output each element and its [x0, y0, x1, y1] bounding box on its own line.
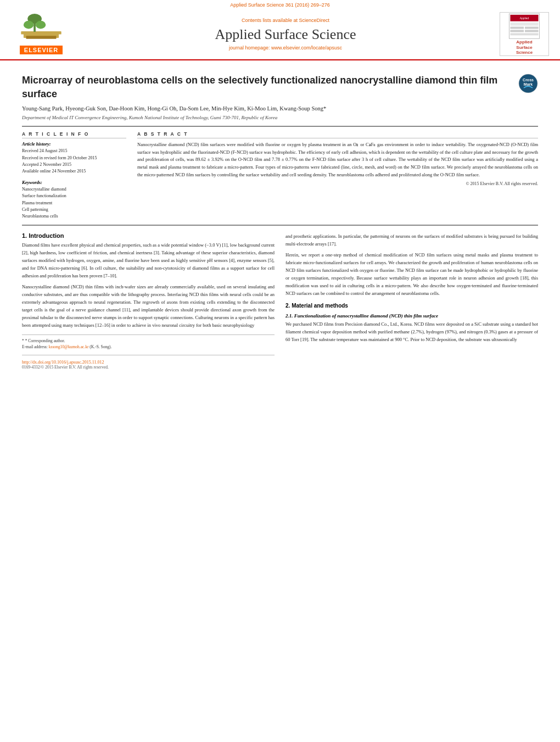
right-paragraph-2: Herein, we report a one-step method of c…	[285, 251, 538, 297]
logo-title-text: AppliedSurfaceScience	[516, 40, 533, 55]
abstract-title: A B S T R A C T	[137, 131, 538, 138]
corresponding-author-note: * * Corresponding author.	[22, 338, 275, 344]
keyword-4: Cell patterning	[22, 207, 126, 213]
authors: Young-Sang Park, Hyeong-Guk Son, Dae-Hoo…	[22, 104, 538, 114]
keyword-1: Nanocrystalline diamond	[22, 186, 126, 193]
svg-point-3	[24, 21, 33, 29]
subsection-2-1-title: 2.1. Functionalization of nanocrystallin…	[285, 313, 538, 319]
email-address: kssong10@kumoh.ac.kr	[49, 344, 89, 349]
svg-text:Cross: Cross	[523, 78, 534, 82]
journal-logo-right: Applied AppliedSurfaceScience	[500, 12, 549, 56]
elsevier-tree-icon	[16, 14, 66, 44]
svg-rect-12	[525, 27, 539, 29]
history-label: Article history:	[22, 141, 126, 147]
article-footer: * * Corresponding author. E-mail address…	[22, 334, 275, 370]
svg-point-4	[36, 21, 46, 29]
received-date: Received 24 August 2015	[22, 148, 126, 154]
elsevier-label: ELSEVIER	[20, 46, 63, 54]
keywords-label: Keywords:	[22, 180, 126, 185]
footer-divider	[22, 355, 275, 355]
journal-header: Applied Surface Science 361 (2016) 269–2…	[0, 0, 560, 60]
accepted-date: Accepted 2 November 2015	[22, 161, 126, 168]
right-paragraph-3: We purchased NCD films from Precision di…	[285, 320, 538, 343]
revised-date: Received in revised form 20 October 2015	[22, 155, 126, 161]
svg-rect-15	[510, 33, 538, 35]
email-suffix: (K.-S. Song).	[89, 344, 111, 349]
affiliation: Department of Medical IT Convergence Eng…	[22, 115, 538, 120]
right-paragraph-1: and prosthetic applications. In particul…	[285, 232, 538, 248]
left-column: 1. Introduction Diamond films have excel…	[22, 232, 275, 370]
svg-rect-6	[26, 36, 57, 39]
article-title: Microarray of neuroblastoma cells on the…	[22, 74, 513, 101]
email-note: E-mail address: kssong10@kumoh.ac.kr (K.…	[22, 344, 275, 350]
article-info-title: A R T I C L E I N F O	[22, 131, 126, 138]
sciencedirect-link: Contents lists available at ScienceDirec…	[71, 18, 500, 23]
right-column: and prosthetic applications. In particul…	[285, 232, 538, 370]
keyword-2: Surface functionalization	[22, 193, 126, 199]
abstract-text: Nanocrystalline diamond (NCD) film surfa…	[137, 141, 538, 178]
svg-rect-14	[525, 30, 539, 32]
svg-text:Applied: Applied	[520, 17, 529, 20]
info-abstract-section: A R T I C L E I N F O Article history: R…	[22, 131, 538, 220]
doi-link[interactable]: http://dx.doi.org/10.1016/j.apsusc.2015.…	[22, 360, 275, 365]
homepage-url: www.elsevier.com/locate/apsusc	[271, 45, 342, 51]
copyright-notice: © 2015 Elsevier B.V. All rights reserved…	[137, 181, 538, 186]
svg-text:Mark: Mark	[524, 82, 533, 86]
keywords-list: Nanocrystalline diamond Surface function…	[22, 186, 126, 220]
main-columns: 1. Introduction Diamond films have excel…	[22, 232, 538, 370]
article-title-section: Microarray of neuroblastoma cells on the…	[22, 74, 538, 101]
intro-paragraph-1: Diamond films have excellent physical an…	[22, 241, 275, 280]
contents-label: Contents lists available at	[242, 18, 298, 23]
journal-cover-icon: Applied	[508, 13, 541, 40]
elsevier-logo: ELSEVIER	[11, 14, 71, 54]
corresponding-label: * Corresponding author.	[25, 338, 65, 343]
crossmark-badge: Cross Mark	[518, 74, 538, 93]
divider-main	[22, 225, 538, 226]
svg-rect-10	[510, 23, 538, 26]
svg-rect-13	[510, 30, 524, 32]
keyword-3: Plasma treatment	[22, 200, 126, 207]
journal-ref-bar: Applied Surface Science 361 (2016) 269–2…	[0, 2, 560, 9]
section-2-title: 2. Material and methods	[285, 303, 538, 309]
divider-thick	[22, 126, 538, 127]
journal-center: Contents lists available at ScienceDirec…	[71, 18, 500, 51]
article-info: A R T I C L E I N F O Article history: R…	[22, 131, 126, 220]
available-date: Available online 24 November 2015	[22, 168, 126, 175]
homepage-label: journal homepage:	[229, 45, 270, 51]
crossmark-icon: Cross Mark	[518, 74, 538, 93]
journal-ref: Applied Surface Science 361 (2016) 269–2…	[230, 2, 330, 8]
section-1-number: 1. Introduction	[22, 232, 275, 239]
sciencedirect-name: ScienceDirect	[299, 18, 330, 23]
intro-paragraph-2: Nanocrystalline diamond (NCD) thin films…	[22, 283, 275, 329]
issn-text: 0169-4332/© 2015 Elsevier B.V. All right…	[22, 365, 275, 370]
email-label: E-mail address:	[22, 344, 48, 349]
svg-rect-11	[510, 27, 524, 29]
abstract-section: A B S T R A C T Nanocrystalline diamond …	[137, 131, 538, 220]
journal-title: Applied Surface Science	[71, 26, 500, 43]
article-body: Microarray of neuroblastoma cells on the…	[0, 60, 560, 381]
journal-homepage: journal homepage: www.elsevier.com/locat…	[71, 45, 500, 51]
journal-masthead: ELSEVIER Contents lists available at Sci…	[0, 9, 560, 59]
page-wrapper: Applied Surface Science 361 (2016) 269–2…	[0, 0, 560, 381]
keyword-5: Neuroblastoma cells	[22, 213, 126, 220]
